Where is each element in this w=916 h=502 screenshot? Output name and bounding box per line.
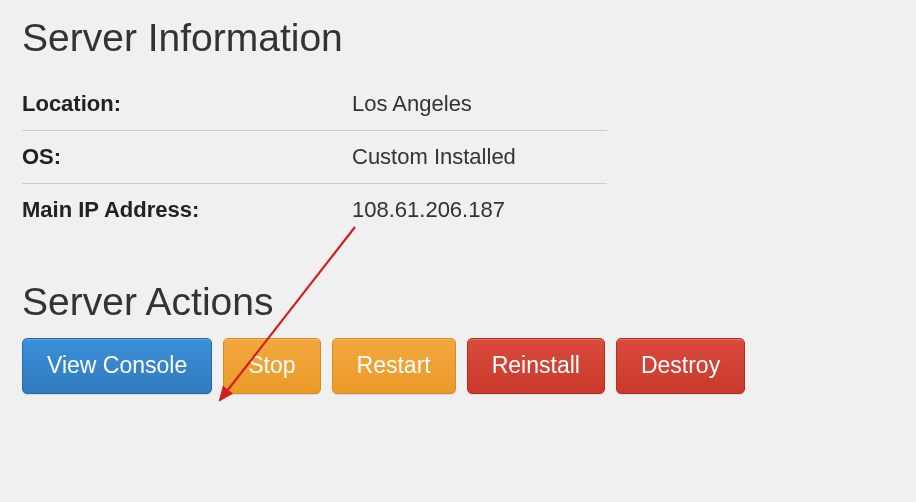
info-label-ip: Main IP Address: xyxy=(22,197,352,223)
server-actions-title: Server Actions xyxy=(22,280,894,324)
info-label-os: OS: xyxy=(22,144,352,170)
info-value-location: Los Angeles xyxy=(352,91,472,117)
server-info-title: Server Information xyxy=(22,16,894,60)
action-button-row: View Console Stop Restart Reinstall Dest… xyxy=(22,338,894,394)
info-value-os: Custom Installed xyxy=(352,144,516,170)
info-row-ip: Main IP Address: 108.61.206.187 xyxy=(22,184,607,236)
annotation-arrow-icon xyxy=(0,0,916,502)
view-console-button[interactable]: View Console xyxy=(22,338,212,394)
reinstall-button[interactable]: Reinstall xyxy=(467,338,605,394)
info-value-ip: 108.61.206.187 xyxy=(352,197,505,223)
server-info-table: Location: Los Angeles OS: Custom Install… xyxy=(22,78,607,236)
info-label-location: Location: xyxy=(22,91,352,117)
info-row-location: Location: Los Angeles xyxy=(22,78,607,131)
restart-button[interactable]: Restart xyxy=(332,338,456,394)
info-row-os: OS: Custom Installed xyxy=(22,131,607,184)
stop-button[interactable]: Stop xyxy=(223,338,320,394)
destroy-button[interactable]: Destroy xyxy=(616,338,745,394)
